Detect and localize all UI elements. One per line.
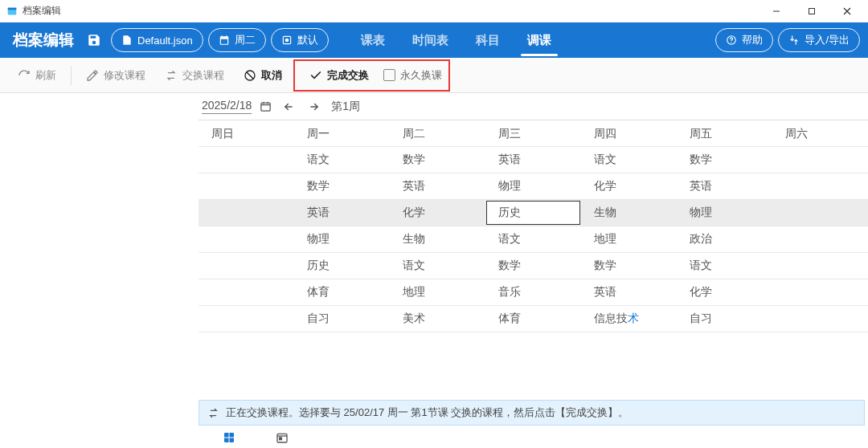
schedule-cell[interactable]: 历史 (486, 201, 580, 225)
toolbar-separator (71, 66, 72, 85)
day-chip[interactable]: 周二 (208, 28, 266, 52)
schedule-cell[interactable]: 语文 (677, 254, 772, 278)
schedule-row: 自习美术体育信息技术自习 (199, 306, 868, 332)
schedule-cell[interactable]: 生物 (581, 201, 677, 225)
calendar-icon[interactable] (260, 100, 272, 112)
schedule-cell[interactable]: 物理 (485, 174, 581, 198)
schedule-cell[interactable]: 语文 (294, 148, 390, 172)
checkbox-icon (383, 69, 395, 81)
schedule-row: 语文数学英语语文数学 (199, 147, 868, 173)
app-icon (6, 6, 18, 17)
complete-swap-callout: 完成交换 永久换课 (293, 59, 450, 92)
help-button[interactable]: 帮助 (715, 28, 773, 52)
day-chip-label: 周二 (235, 33, 256, 47)
footer-icons (199, 427, 868, 448)
schedule-cell (199, 314, 294, 324)
grid-view-icon[interactable] (223, 431, 235, 444)
week-label: 第1周 (331, 100, 360, 114)
import-export-button[interactable]: 导入/导出 (778, 28, 860, 52)
schedule-cell[interactable]: 数学 (677, 148, 772, 172)
svg-rect-3 (809, 8, 815, 14)
header-tabs: 课表 时间表 科目 调课 (348, 22, 564, 58)
complete-swap-button[interactable]: 完成交换 (301, 63, 377, 88)
schedule-cell (199, 208, 294, 218)
schedule-cell[interactable]: 体育 (485, 307, 581, 331)
schedule-cell (772, 208, 868, 218)
schedule-header-row: 周日 周一 周二 周三 周四 周五 周六 (199, 120, 868, 147)
cancel-label: 取消 (261, 68, 282, 83)
close-button[interactable] (829, 0, 865, 22)
prev-week-button[interactable] (280, 100, 297, 114)
schedule-cell[interactable]: 数学 (294, 174, 390, 198)
schedule-cell[interactable]: 历史 (294, 254, 390, 278)
schedule-cell[interactable]: 语文 (485, 227, 581, 251)
main-area: 2025/2/18 第1周 周日 周一 周二 周三 周四 周五 周六 语文数 (0, 93, 868, 448)
schedule-cell[interactable]: 英语 (294, 201, 390, 225)
profile-chip[interactable]: 默认 (271, 28, 329, 52)
schedule-cell[interactable]: 物理 (294, 227, 390, 251)
left-gutter (0, 93, 199, 448)
schedule-cell (199, 287, 294, 297)
tab-swap[interactable]: 调课 (521, 22, 558, 58)
next-week-button[interactable] (305, 100, 323, 114)
schedule-cell[interactable]: 数学 (581, 254, 677, 278)
schedule-cell[interactable]: 语文 (390, 254, 485, 278)
refresh-button[interactable]: 刷新 (10, 63, 64, 88)
schedule-cell[interactable]: 英语 (581, 280, 677, 304)
schedule-cell[interactable]: 英语 (390, 174, 485, 198)
svg-rect-1 (8, 7, 17, 10)
schedule-cell[interactable]: 化学 (390, 201, 485, 225)
save-button[interactable] (82, 28, 106, 52)
schedule-cell (199, 234, 294, 244)
permanent-swap-checkbox[interactable]: 永久换课 (383, 68, 442, 83)
schedule-cell (772, 234, 868, 244)
schedule-cell[interactable]: 数学 (390, 148, 485, 172)
swap-icon (207, 407, 219, 419)
schedule-cell[interactable]: 生物 (390, 227, 485, 251)
schedule-cell[interactable]: 英语 (485, 148, 581, 172)
schedule-cell[interactable]: 自习 (677, 307, 772, 331)
schedule-cell[interactable]: 语文 (581, 148, 677, 172)
window-title: 档案编辑 (23, 4, 61, 18)
schedule-cell[interactable]: 化学 (677, 280, 772, 304)
schedule-cell[interactable]: 自习 (294, 307, 390, 331)
schedule-cell[interactable]: 英语 (677, 174, 772, 198)
header-wed: 周三 (485, 120, 581, 148)
swap-course-button[interactable]: 交换课程 (157, 63, 232, 88)
schedule-cell[interactable]: 化学 (581, 174, 677, 198)
minimize-button[interactable] (759, 0, 794, 22)
window-titlebar: 档案编辑 (0, 0, 868, 22)
status-bar: 正在交换课程。选择要与 25/02/17 周一 第1节课 交换的课程，然后点击【… (199, 400, 865, 426)
schedule-cell[interactable]: 体育 (294, 280, 390, 304)
file-chip-label: Default.json (137, 35, 193, 47)
complete-swap-label: 完成交换 (327, 68, 369, 83)
header-sat: 周六 (772, 120, 868, 148)
schedule-cell[interactable]: 音乐 (485, 280, 581, 304)
schedule-cell[interactable]: 信息技术 (581, 307, 677, 331)
schedule-cell (772, 314, 868, 324)
app-header: 档案编辑 Default.json 周二 默认 课表 时间表 科目 调课 帮助 … (0, 22, 868, 58)
date-display[interactable]: 2025/2/18 (202, 99, 252, 114)
maximize-button[interactable] (794, 0, 829, 22)
help-label: 帮助 (742, 33, 763, 47)
svg-rect-12 (261, 103, 270, 111)
today-icon[interactable] (276, 431, 289, 444)
schedule-cell[interactable]: 地理 (581, 227, 677, 251)
schedule-cell[interactable]: 地理 (390, 280, 485, 304)
tab-timetable[interactable]: 时间表 (406, 22, 455, 58)
tab-subjects[interactable]: 科目 (469, 22, 506, 58)
svg-point-9 (731, 42, 732, 43)
schedule-cell (772, 261, 868, 271)
edit-course-button[interactable]: 修改课程 (78, 63, 154, 88)
cancel-button[interactable]: 取消 (235, 63, 290, 88)
schedule-cell (772, 287, 868, 297)
header-tue: 周二 (390, 120, 485, 148)
schedule-cell[interactable]: 美术 (390, 307, 485, 331)
schedule-cell[interactable]: 物理 (677, 201, 772, 225)
schedule-row: 体育地理音乐英语化学 (199, 279, 868, 306)
schedule-cell[interactable]: 政治 (677, 227, 772, 251)
tab-schedule[interactable]: 课表 (354, 22, 391, 58)
file-chip[interactable]: Default.json (111, 28, 203, 52)
schedule-cell[interactable]: 数学 (485, 254, 581, 278)
content-pane: 2025/2/18 第1周 周日 周一 周二 周三 周四 周五 周六 语文数 (199, 93, 868, 448)
